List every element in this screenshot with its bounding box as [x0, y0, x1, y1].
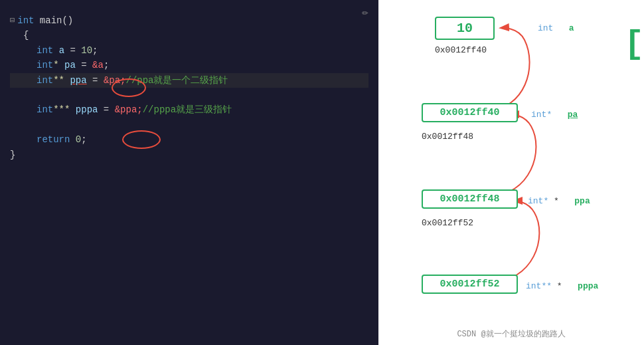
- code-line-brace-close: }: [10, 148, 368, 162]
- kw-int-pppa: int**: [526, 281, 552, 291]
- var-label-int-a: int a: [538, 23, 574, 33]
- amp-pa: &pa;: [104, 73, 126, 88]
- mem-box-1: 10: [435, 17, 495, 40]
- eq4: =: [98, 102, 114, 117]
- diagram-panel: [ 10 0x0012ff40 int a 0x0012ff40 0x0012f…: [378, 0, 644, 345]
- star-pppa: *: [557, 281, 562, 291]
- addr-label-3: 0x0012ff52: [422, 218, 473, 228]
- kw-int-4: int: [37, 102, 53, 117]
- code-line-blank: [10, 88, 368, 102]
- edit-icon: ✏: [362, 5, 368, 19]
- code-line-1: int a = 10 ;: [10, 43, 368, 58]
- svg-text:[: [: [624, 25, 644, 63]
- code-line-brace-open: {: [10, 28, 368, 43]
- vname-pa: pa: [568, 110, 578, 120]
- var-label-int-pa: int* pa: [531, 110, 578, 120]
- space-pppa: [567, 281, 572, 291]
- ptr-star-2: **: [53, 73, 64, 88]
- code-content: ⊟ int main() { int a = 10 ; int * pa = &…: [0, 7, 378, 169]
- eq1: =: [64, 43, 81, 58]
- star-ppa: *: [554, 196, 559, 206]
- code-line-2: int * pa = &a ;: [10, 58, 368, 72]
- eq3: =: [87, 73, 104, 88]
- code-panel: ⊟ int main() { int a = 10 ; int * pa = &…: [0, 0, 378, 345]
- var-pa: pa: [64, 58, 76, 72]
- mem-box-2: 0x0012ff40: [422, 103, 518, 122]
- space4: [70, 102, 75, 117]
- kw-int-1: int: [37, 43, 53, 58]
- space5: [70, 132, 75, 147]
- semi1: ;: [92, 43, 98, 58]
- kw-int-a: int: [538, 23, 553, 33]
- code-line-header: ⊟ int main(): [10, 13, 368, 28]
- semi2: ;: [104, 58, 109, 72]
- var-label-int-ppa: int* * ppa: [528, 196, 590, 206]
- watermark: CSDN @就一个挺垃圾的跑路人: [457, 328, 565, 340]
- function-name: main(): [34, 13, 73, 28]
- space3: [64, 73, 70, 88]
- val-0: 0: [76, 132, 81, 147]
- var-label-int-pppa: int** * pppa: [526, 281, 598, 291]
- kw-int-pa: int*: [531, 110, 552, 120]
- space-a: [558, 23, 564, 33]
- kw-return: return: [37, 132, 70, 147]
- kw-int-2: int: [37, 58, 53, 72]
- space1: [53, 43, 58, 58]
- space-pa: [557, 110, 562, 120]
- vname-a: a: [569, 23, 574, 33]
- var-pppa: pppa: [76, 102, 98, 117]
- keyword-int: int: [17, 13, 34, 28]
- brace-open: {: [23, 28, 29, 43]
- mem-box-3: 0x0012ff48: [422, 189, 518, 209]
- kw-int-ppa: int*: [528, 196, 548, 206]
- amp-a: &a: [92, 58, 104, 72]
- semi5: ;: [81, 132, 86, 147]
- code-line-4: int *** pppa = &ppa; //pppa就是三级指针: [10, 102, 368, 117]
- ptr-star-1: *: [53, 58, 58, 72]
- vname-pppa: pppa: [578, 281, 598, 291]
- var-ppa: ppa: [70, 73, 86, 88]
- val-10: 10: [81, 43, 92, 58]
- amp-ppa: &ppa;: [115, 102, 143, 117]
- code-line-blank2: [10, 118, 368, 132]
- eq2: =: [76, 58, 92, 72]
- space-ppa: [564, 196, 570, 206]
- code-line-3: int ** ppa = &pa; //ppa就是一个二级指针: [10, 73, 368, 88]
- collapse-icon: ⊟: [10, 15, 15, 27]
- ptr-star-3: ***: [53, 102, 70, 117]
- var-a: a: [59, 43, 64, 58]
- kw-int-3: int: [37, 73, 53, 88]
- code-line-5: return 0 ;: [10, 132, 368, 147]
- mem-box-4: 0x0012ff52: [422, 275, 518, 294]
- addr-label-2: 0x0012ff48: [422, 132, 473, 142]
- comment-1: //ppa就是一个二级指针: [125, 73, 228, 88]
- comment-2: //pppa就是三级指针: [143, 102, 232, 117]
- addr-label-1: 0x0012ff40: [435, 45, 487, 55]
- space2: [59, 58, 64, 72]
- vname-ppa: ppa: [574, 196, 590, 206]
- brace-close: }: [10, 148, 15, 162]
